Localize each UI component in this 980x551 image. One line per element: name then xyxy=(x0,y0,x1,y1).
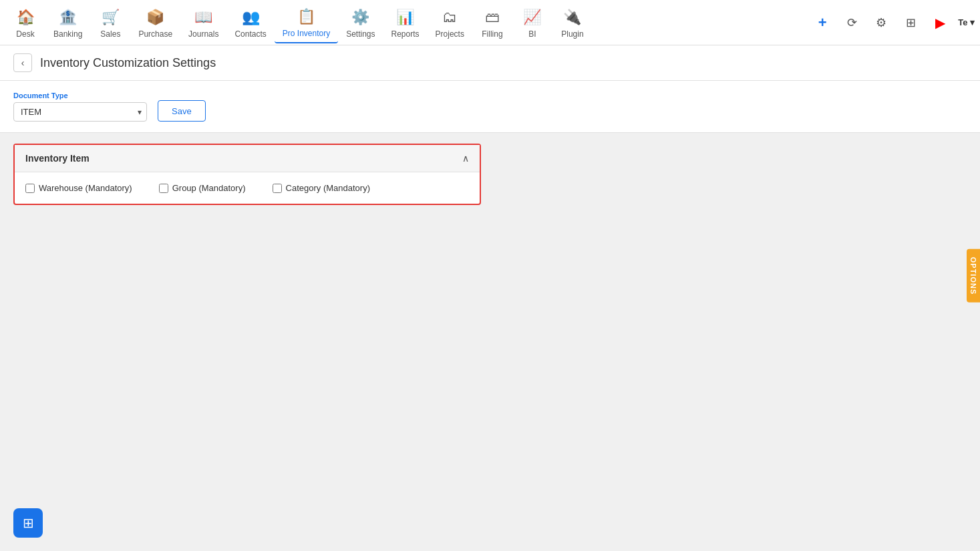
nav-label-contacts: Contacts xyxy=(234,29,266,39)
inventory-item-section: Inventory Item ∧ Warehouse (Mandatory)Gr… xyxy=(13,144,481,205)
top-navigation: 🏠 Desk 🏦 Banking 🛒 Sales 📦 Purchase 📖 Jo… xyxy=(0,0,980,45)
nav-item-filling[interactable]: 🗃 Filling xyxy=(472,3,512,43)
nav-item-projects[interactable]: 🗂 Projects xyxy=(428,3,472,43)
section-body: Warehouse (Mandatory)Group (Mandatory)Ca… xyxy=(15,172,480,204)
settings-icon: ⚙️ xyxy=(350,7,371,28)
nav-item-sales[interactable]: 🛒 Sales xyxy=(90,3,130,43)
nav-item-desk[interactable]: 🏠 Desk xyxy=(5,3,45,43)
main-content: ‹ Inventory Customization Settings Docum… xyxy=(0,45,980,551)
nav-label-banking: Banking xyxy=(53,29,82,39)
nav-item-reports[interactable]: 📊 Reports xyxy=(383,3,428,43)
nav-label-filling: Filling xyxy=(482,29,502,39)
nav-item-plugin[interactable]: 🔌 Plugin xyxy=(552,3,593,43)
nav-label-purchase: Purchase xyxy=(138,29,172,39)
form-area: Document Type ITEMPURCHASE ORDERSALES OR… xyxy=(0,81,980,133)
checkbox-warehouse[interactable]: Warehouse (Mandatory) xyxy=(25,183,132,193)
sales-icon: 🛒 xyxy=(100,7,121,28)
document-type-group: Document Type ITEMPURCHASE ORDERSALES OR… xyxy=(13,91,147,122)
filling-icon: 🗃 xyxy=(482,7,503,28)
checkbox-label-warehouse: Warehouse (Mandatory) xyxy=(39,183,132,193)
options-panel[interactable]: OPTIONS xyxy=(967,248,980,303)
checkbox-row: Warehouse (Mandatory)Group (Mandatory)Ca… xyxy=(25,183,469,193)
nav-item-pro-inventory[interactable]: 📋 Pro Inventory xyxy=(275,2,338,43)
desk-icon: 🏠 xyxy=(15,7,36,28)
pro-inventory-icon: 📋 xyxy=(295,6,317,27)
document-type-wrapper: ITEMPURCHASE ORDERSALES ORDER xyxy=(13,102,147,122)
checkbox-category[interactable]: Category (Mandatory) xyxy=(273,183,370,193)
checkbox-input-group[interactable] xyxy=(159,184,168,193)
grid-button[interactable]: ⊞ xyxy=(899,11,922,34)
bi-icon: 📈 xyxy=(522,7,543,28)
page-title: Inventory Customization Settings xyxy=(40,56,216,70)
nav-label-plugin: Plugin xyxy=(561,29,583,39)
nav-item-contacts[interactable]: 👥 Contacts xyxy=(226,3,274,43)
nav-label-projects: Projects xyxy=(436,29,464,39)
nav-label-settings: Settings xyxy=(346,29,375,39)
back-button[interactable]: ‹ xyxy=(13,53,32,72)
journals-icon: 📖 xyxy=(193,7,214,28)
nav-item-journals[interactable]: 📖 Journals xyxy=(180,3,226,43)
nav-label-reports: Reports xyxy=(391,29,420,39)
nav-right-actions: + ⟳ ⚙ ⊞ ▶ Te ▾ xyxy=(811,11,975,34)
collapse-button[interactable]: ∧ xyxy=(462,153,469,164)
document-type-select[interactable]: ITEMPURCHASE ORDERSALES ORDER xyxy=(13,102,147,122)
nav-item-banking[interactable]: 🏦 Banking xyxy=(45,3,90,43)
checkbox-input-category[interactable] xyxy=(273,184,282,193)
settings-button[interactable]: ⚙ xyxy=(870,11,892,34)
checkbox-label-category: Category (Mandatory) xyxy=(286,183,370,193)
content-area: Inventory Item ∧ Warehouse (Mandatory)Gr… xyxy=(0,133,980,216)
plugin-icon: 🔌 xyxy=(562,7,583,28)
youtube-button[interactable]: ▶ xyxy=(929,11,951,34)
nav-label-sales: Sales xyxy=(100,29,120,39)
projects-icon: 🗂 xyxy=(439,7,460,28)
user-menu[interactable]: Te ▾ xyxy=(958,17,975,27)
checkbox-label-group: Group (Mandatory) xyxy=(172,183,246,193)
save-button[interactable]: Save xyxy=(158,100,206,122)
section-header: Inventory Item ∧ xyxy=(15,145,480,172)
nav-label-pro-inventory: Pro Inventory xyxy=(283,29,330,38)
purchase-icon: 📦 xyxy=(145,7,166,28)
reports-icon: 📊 xyxy=(395,7,416,28)
section-title: Inventory Item xyxy=(25,153,90,164)
document-type-label: Document Type xyxy=(13,91,147,100)
nav-label-journals: Journals xyxy=(188,29,218,39)
bottom-grid-button[interactable]: ⊞ xyxy=(13,508,43,538)
nav-item-purchase[interactable]: 📦 Purchase xyxy=(130,3,180,43)
banking-icon: 🏦 xyxy=(57,7,79,28)
sync-button[interactable]: ⟳ xyxy=(840,11,863,34)
contacts-icon: 👥 xyxy=(240,7,261,28)
nav-label-desk: Desk xyxy=(16,29,34,39)
checkbox-input-warehouse[interactable] xyxy=(25,184,35,193)
nav-item-settings[interactable]: ⚙️ Settings xyxy=(338,3,383,43)
add-button[interactable]: + xyxy=(811,11,834,34)
nav-item-bi[interactable]: 📈 BI xyxy=(512,3,552,43)
checkbox-group[interactable]: Group (Mandatory) xyxy=(159,183,246,193)
page-header: ‹ Inventory Customization Settings xyxy=(0,45,980,81)
nav-label-bi: BI xyxy=(528,29,536,39)
